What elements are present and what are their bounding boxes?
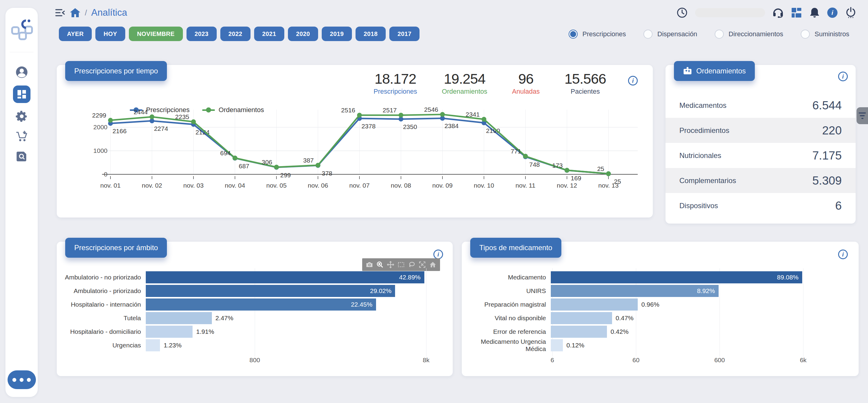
pan-icon[interactable]: [386, 261, 395, 268]
card-title-pill[interactable]: Prescripciones por tiempo: [65, 61, 167, 81]
filter-button-hoy[interactable]: HOY: [95, 27, 125, 41]
bar[interactable]: [551, 298, 638, 311]
card-title-pill[interactable]: Tipos de medicamento: [470, 238, 561, 258]
bar[interactable]: [146, 326, 192, 338]
filter-button-ayer[interactable]: AYER: [59, 27, 92, 41]
power-icon[interactable]: [845, 7, 857, 19]
row-label: Nutricionales: [679, 151, 721, 160]
search-input[interactable]: [695, 8, 765, 17]
stat-label: Anuladas: [512, 88, 539, 95]
filter-button-2020[interactable]: 2020: [288, 27, 318, 41]
line-chart[interactable]: 010002000nov. 01nov. 02nov. 03nov. 04nov…: [102, 110, 645, 200]
x-tick-label: 6k: [800, 356, 806, 364]
ordenamientos-row-complementarios[interactable]: Complementarios5.309: [665, 168, 856, 193]
bar[interactable]: 42.89%: [146, 271, 424, 283]
analytics-dashboard: { "app": { "primary": "#3a6fb5", "green"…: [0, 0, 868, 403]
stat-value: 19.254: [442, 70, 487, 87]
ordenamientos-row-nutricionales[interactable]: Nutricionales7.175: [665, 143, 856, 168]
card-info-icon[interactable]: i: [838, 71, 848, 81]
bar-value-label: 89.08%: [777, 274, 799, 281]
breadcrumb: / Analítica: [55, 7, 127, 18]
medical-badge-icon: [683, 66, 692, 76]
bar[interactable]: [146, 312, 212, 324]
bar-row-preparacion-magistral: Preparación magistral0.96%: [462, 298, 851, 311]
metric-option-dispensacion[interactable]: Dispensación: [644, 30, 697, 39]
sidebar-item-document-search[interactable]: [15, 149, 28, 163]
metric-option-prescripciones[interactable]: Prescripciones: [568, 30, 626, 39]
document-search-icon: [16, 150, 28, 162]
card-info-icon[interactable]: i: [433, 250, 443, 259]
bar-row-unirs: UNIRS8.92%: [462, 285, 851, 297]
home-icon[interactable]: [70, 7, 81, 18]
bar-track: 2.47%: [146, 312, 434, 324]
filter-button-2018[interactable]: 2018: [355, 27, 386, 41]
metric-option-direccionamientos[interactable]: Direccionamientos: [715, 30, 783, 39]
svg-text:2341: 2341: [466, 111, 480, 118]
ambito-bar-chart: Ambulatorio - no priorizado42.89%Ambulat…: [57, 271, 434, 355]
filter-button-2023[interactable]: 2023: [187, 27, 217, 41]
zoom-icon[interactable]: [376, 261, 384, 268]
filter-button-noviembre[interactable]: NOVIEMBRE: [129, 27, 183, 41]
svg-text:25: 25: [614, 178, 621, 185]
card-prescripciones-por-tiempo: Prescripciones por tiempo i 18.172Prescr…: [57, 65, 653, 218]
filter-button-2017[interactable]: 2017: [389, 27, 420, 41]
bar-row-error-de-referencia: Error de referencia0.42%: [462, 326, 851, 338]
bar[interactable]: [146, 339, 160, 351]
line-chart-area: 010002000nov. 01nov. 02nov. 03nov. 04nov…: [102, 110, 645, 202]
info-icon[interactable]: i: [827, 7, 838, 18]
card-title-text: Prescripciones por ámbito: [74, 243, 158, 252]
bar-track: 29.02%: [146, 285, 434, 297]
card-tipos-de-medicamento: Tipos de medicamento i Medicamento89.08%…: [462, 242, 859, 376]
bar[interactable]: [551, 312, 612, 324]
stat-pacientes: 15.566Pacientes: [564, 70, 606, 95]
summary-stats: 18.172Prescripciones19.254Ordenamientos9…: [374, 70, 606, 95]
svg-text:nov. 03: nov. 03: [183, 182, 204, 189]
filter-button-2019[interactable]: 2019: [322, 27, 352, 41]
bar[interactable]: 22.45%: [146, 298, 376, 311]
svg-text:2350: 2350: [403, 123, 417, 130]
autoscale-icon[interactable]: [418, 261, 426, 268]
card-info-icon[interactable]: i: [838, 250, 848, 259]
card-info-icon[interactable]: i: [628, 76, 638, 86]
bar-track: 1.23%: [146, 339, 434, 351]
sidebar-item-dashboard[interactable]: [13, 86, 30, 103]
bell-icon[interactable]: [809, 7, 820, 18]
sidebar-item-cart-add[interactable]: [15, 129, 28, 143]
bar-track: 8.92%: [551, 285, 851, 297]
svg-text:2384: 2384: [444, 122, 459, 129]
headset-icon[interactable]: [773, 7, 783, 18]
box-select-icon[interactable]: [397, 261, 405, 268]
bar-category-label: Vital no disponible: [462, 315, 551, 322]
card-title-pill[interactable]: Ordenamientos: [674, 61, 755, 81]
apps-grid-icon[interactable]: [791, 7, 802, 18]
bar[interactable]: [551, 326, 607, 338]
menu-open-icon[interactable]: [55, 8, 65, 17]
ordenamientos-row-medicamentos[interactable]: Medicamentos6.544: [665, 93, 856, 118]
svg-text:0: 0: [104, 171, 107, 178]
bar-category-label: Tutela: [57, 315, 146, 322]
card-title-pill[interactable]: Prescripciones por ámbito: [65, 238, 167, 258]
filter-panel-handle[interactable]: [857, 107, 868, 124]
camera-icon[interactable]: [366, 261, 373, 268]
lasso-icon[interactable]: [408, 261, 415, 268]
ordenamientos-row-procedimientos[interactable]: Procedimientos220: [665, 118, 856, 143]
row-label: Medicamentos: [679, 101, 726, 110]
filter-button-2021[interactable]: 2021: [254, 27, 284, 41]
bar[interactable]: 89.08%: [551, 271, 802, 283]
metric-option-suministros[interactable]: Suministros: [801, 30, 849, 39]
sidebar-item-settings[interactable]: [15, 110, 28, 123]
svg-text:nov. 01: nov. 01: [100, 182, 120, 189]
bar[interactable]: [551, 339, 563, 351]
bar-value-label: 29.02%: [370, 287, 392, 294]
ordenamientos-row-dispositivos[interactable]: Dispositivos6: [665, 193, 856, 218]
bar[interactable]: 29.02%: [146, 285, 395, 297]
bar-value-label: 8.92%: [697, 287, 715, 294]
sidebar-more-button[interactable]: [7, 370, 36, 389]
bar[interactable]: 8.92%: [551, 285, 719, 297]
row-label: Dispositivos: [679, 202, 718, 210]
row-label: Procedimientos: [679, 126, 729, 135]
reset-axes-home-icon[interactable]: [429, 261, 437, 268]
clock-icon[interactable]: [677, 7, 687, 18]
sidebar-item-profile[interactable]: [15, 65, 28, 79]
filter-button-2022[interactable]: 2022: [220, 27, 250, 41]
